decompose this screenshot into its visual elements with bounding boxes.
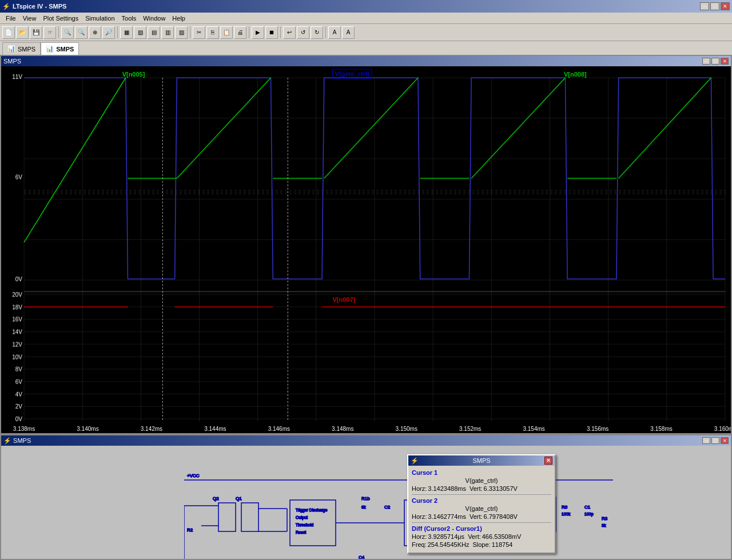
toolbar-btn-a[interactable]: ▦	[120, 26, 133, 39]
cursor1-label: Cursor 1	[412, 469, 551, 476]
toolbar-sep-6	[325, 27, 326, 38]
toolbar-btn-e[interactable]: ▨	[175, 26, 188, 39]
toolbar-hand[interactable]: ☞	[43, 26, 56, 39]
svg-rect-0	[218, 503, 236, 531]
waveform-canvas[interactable]	[1, 66, 731, 433]
cursor1-signal: V(gate_ctrl)	[412, 477, 551, 484]
menu-view[interactable]: View	[19, 14, 40, 23]
app-icon: ⚡	[2, 3, 10, 10]
waveform-close[interactable]: ✕	[721, 58, 729, 65]
toolbar-zoom-out[interactable]: 🔍	[75, 26, 87, 39]
toolbar-extra-1[interactable]: ↩	[283, 26, 296, 39]
svg-text:Q2: Q2	[213, 496, 219, 501]
toolbar-sep-4	[249, 27, 249, 38]
cursor-dialog: ⚡ SMPS ✕ Cursor 1 V(gate_ctrl) Horz: 3.1…	[407, 454, 556, 554]
diff-horz-label: Horz:	[412, 533, 427, 540]
svg-text:R3: R3	[602, 516, 608, 521]
cursor1-vert-val: 6.3313057V	[484, 485, 518, 492]
toolbar-extra-3[interactable]: ↻	[311, 26, 323, 39]
cursor2-section: Cursor 2 V(gate_ctrl) Horz: 3.1462774ms …	[412, 497, 551, 520]
tab-icon-1: 📊	[7, 45, 15, 53]
toolbar-run[interactable]: ▶	[252, 26, 264, 39]
toolbar-zoom-in[interactable]: 🔍	[61, 26, 74, 39]
dialog-title-bar: ⚡ SMPS ✕	[408, 455, 555, 466]
menu-help[interactable]: Help	[169, 14, 189, 23]
menu-tools[interactable]: Tools	[118, 14, 140, 23]
toolbar-find[interactable]: 🔎	[102, 26, 115, 39]
menu-simulation[interactable]: Simulation	[82, 14, 118, 23]
toolbar-stop[interactable]: ⏹	[265, 26, 278, 39]
tab-smps-2[interactable]: 📊 SMPS	[41, 42, 79, 55]
svg-text:+VCC: +VCC	[187, 473, 200, 478]
schematic-maximize[interactable]: □	[711, 437, 719, 444]
diff-slope-label: Slope:	[472, 541, 490, 548]
toolbar-zoom-fit[interactable]: ⊕	[89, 26, 101, 39]
menu-plot-settings[interactable]: Plot Settings	[39, 14, 82, 23]
cursor1-vert-label: Vert:	[470, 485, 483, 492]
maximize-button[interactable]: □	[710, 2, 719, 10]
svg-text:3k: 3k	[602, 523, 606, 527]
dialog-icon: ⚡	[411, 457, 419, 465]
svg-text:100k: 100k	[562, 512, 571, 516]
schematic-title-bar: ⚡ SMPS ─ □ ✕	[1, 435, 731, 446]
cursor2-label: Cursor 2	[412, 497, 551, 504]
diff-slope-val: 118754	[492, 541, 513, 548]
toolbar-save[interactable]: 💾	[30, 26, 42, 39]
tab-icon-2: 📊	[46, 45, 54, 53]
cursor1-section: Cursor 1 V(gate_ctrl) Horz: 3.1423488ms …	[412, 469, 551, 492]
toolbar-open[interactable]: 📂	[16, 26, 29, 39]
divider-1	[412, 494, 551, 495]
svg-rect-2	[241, 503, 258, 531]
svg-text:6k: 6k	[361, 505, 366, 509]
toolbar-btn-c[interactable]: ▤	[148, 26, 160, 39]
toolbar-sep-2	[117, 27, 118, 38]
svg-text:100p: 100p	[584, 512, 594, 517]
waveform-maximize[interactable]: □	[711, 58, 719, 65]
schematic-minimize[interactable]: ─	[702, 437, 710, 444]
toolbar-extra-2[interactable]: ↺	[297, 26, 309, 39]
dialog-title: SMPS	[472, 457, 490, 464]
cursor1-horz-field: Horz: 3.1423488ms	[412, 485, 466, 492]
svg-text:Trigger Discharge: Trigger Discharge	[296, 508, 327, 513]
toolbar-print[interactable]: 🖨	[234, 26, 246, 39]
menu-bar: File View Plot Settings Simulation Tools…	[0, 13, 732, 24]
diff-row-1: Horz: 3.9285714μs Vert: 466.53508mV	[412, 533, 551, 540]
svg-text:C2: C2	[384, 505, 391, 510]
cursor2-horz-label: Horz:	[412, 513, 427, 520]
title-bar-buttons: ─ □ ✕	[700, 2, 730, 10]
close-button[interactable]: ✕	[721, 2, 730, 10]
diff-vert-val: 466.53508mV	[482, 533, 522, 540]
cursor2-horz-val: 3.1462774ms	[428, 513, 466, 520]
cursor2-vert-val: 6.7978408V	[484, 513, 518, 520]
dialog-close-button[interactable]: ✕	[544, 457, 552, 465]
schematic-close[interactable]: ✕	[721, 437, 729, 444]
toolbar-copy[interactable]: ⎘	[206, 26, 219, 39]
tab-bar: 📊 SMPS 📊 SMPS	[0, 41, 732, 55]
toolbar-text-b[interactable]: A	[342, 26, 355, 39]
cursor2-row: Horz: 3.1462774ms Vert: 6.7978408V	[412, 513, 551, 520]
toolbar-btn-d[interactable]: ▥	[161, 26, 174, 39]
toolbar-btn-b[interactable]: ▧	[134, 26, 146, 39]
cursor1-vert-field: Vert: 6.3313057V	[470, 485, 518, 492]
toolbar-text-a[interactable]: A	[328, 26, 341, 39]
toolbar-new[interactable]: 📄	[2, 26, 15, 39]
tab-smps-1[interactable]: 📊 SMPS	[2, 42, 41, 55]
waveform-title: SMPS	[3, 58, 21, 65]
menu-file[interactable]: File	[2, 14, 19, 23]
cursor2-signal: V(gate_ctrl)	[412, 505, 551, 512]
waveform-minimize[interactable]: ─	[702, 58, 710, 65]
svg-text:Output: Output	[296, 515, 308, 520]
divider-2	[412, 522, 551, 523]
toolbar-sep-1	[58, 27, 59, 38]
cursor1-row: Horz: 3.1423488ms Vert: 6.3313057V	[412, 485, 551, 492]
svg-text:R2: R2	[187, 527, 193, 533]
svg-text:Q1: Q1	[236, 496, 242, 501]
minimize-button[interactable]: ─	[700, 2, 709, 10]
diff-slope-field: Slope: 118754	[472, 541, 512, 548]
toolbar-paste[interactable]: 📋	[220, 26, 233, 39]
toolbar-sep-3	[190, 27, 190, 38]
svg-text:R6: R6	[562, 505, 568, 510]
svg-text:Reset: Reset	[296, 530, 306, 534]
toolbar-cut[interactable]: ✂	[193, 26, 205, 39]
menu-window[interactable]: Window	[140, 14, 169, 23]
